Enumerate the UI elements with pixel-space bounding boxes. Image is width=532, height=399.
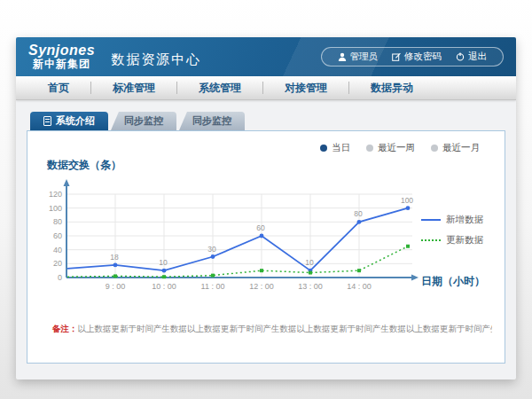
tab-bar: 系统介绍 同步监控 同步监控 — [27, 112, 505, 130]
nav-item-standard-mgmt[interactable]: 标准管理 — [91, 76, 176, 99]
brand-logo-cn: 新中新集团 — [28, 59, 95, 70]
brand-logo: Synjones 新中新集团 — [28, 43, 95, 69]
svg-text:12 : 00: 12 : 00 — [249, 282, 274, 291]
svg-text:13 : 00: 13 : 00 — [298, 282, 323, 291]
legend-label: 更新数据 — [446, 234, 483, 246]
svg-text:10: 10 — [305, 258, 314, 267]
app-header: Synjones 新中新集团 数据资源中心 管理员 修改 — [16, 37, 516, 76]
svg-text:120: 120 — [49, 190, 62, 199]
legend-line-dotted — [421, 239, 441, 241]
chart-side-column: 新增数据 更新数据 日期（小时） — [421, 175, 490, 301]
note-prefix: 备注： — [52, 324, 78, 333]
legend-label: 新增数据 — [446, 214, 483, 226]
footer-note: 备注：以上数据更新于时间产生数据以上数据更新于时间产生数据以上数据更新于时间产生… — [40, 324, 492, 335]
app-window: Synjones 新中新集团 数据资源中心 管理员 修改 — [16, 37, 516, 379]
edit-icon — [392, 52, 401, 61]
radio-label: 当日 — [332, 142, 350, 154]
note-text: 以上数据更新于时间产生数据以上数据更新于时间产生数据以上数据更新于时间产生数据以… — [78, 324, 493, 333]
change-password-button[interactable]: 修改密码 — [385, 51, 449, 63]
svg-text:40: 40 — [53, 246, 62, 254]
svg-text:10 : 00: 10 : 00 — [152, 282, 176, 291]
brand-logo-en: Synjones — [28, 43, 95, 59]
content-area: 系统介绍 同步监控 同步监控 当日 最近一周 — [16, 100, 516, 364]
power-icon — [456, 52, 465, 61]
radio-label: 最近一周 — [378, 142, 415, 154]
svg-text:10: 10 — [159, 258, 168, 267]
user-name-label: 管理员 — [350, 51, 379, 63]
svg-text:100: 100 — [401, 196, 413, 205]
nav-item-interface-mgmt[interactable]: 对接管理 — [263, 76, 348, 99]
radio-label: 最近一月 — [442, 142, 480, 154]
tab-sync-monitor-2[interactable]: 同步监控 — [179, 112, 245, 130]
nav-item-data-change[interactable]: 数据异动 — [349, 76, 434, 99]
tab-label: 同步监控 — [192, 114, 231, 128]
chart-x-axis-title: 日期（小时） — [421, 274, 490, 289]
legend-line-solid — [421, 219, 441, 221]
svg-text:60: 60 — [53, 231, 62, 240]
svg-text:9 : 00: 9 : 00 — [106, 282, 126, 291]
svg-text:80: 80 — [354, 209, 363, 218]
svg-text:30: 30 — [207, 245, 216, 254]
radio-dot-icon — [366, 145, 373, 152]
tab-label: 同步监控 — [124, 114, 163, 128]
user-bar: 管理员 修改密码 退出 — [321, 47, 505, 66]
tab-sync-monitor-1[interactable]: 同步监控 — [111, 112, 176, 130]
user-icon — [338, 52, 347, 61]
tab-label: 系统介绍 — [56, 114, 95, 128]
user-menu[interactable]: 管理员 — [331, 51, 386, 63]
chart-block: 0204060801001209 : 0010 : 0011 : 0012 : … — [40, 175, 492, 301]
radio-last-month[interactable]: 最近一月 — [431, 142, 480, 154]
svg-text:60: 60 — [256, 223, 265, 232]
svg-text:100: 100 — [49, 204, 62, 213]
document-icon — [43, 116, 51, 126]
radio-dot-icon — [320, 145, 327, 152]
svg-text:11 : 00: 11 : 00 — [201, 282, 225, 291]
svg-text:18: 18 — [110, 253, 119, 262]
change-password-label: 修改密码 — [404, 51, 442, 63]
tab-system-intro[interactable]: 系统介绍 — [30, 112, 108, 130]
legend-item-new-data: 新增数据 — [421, 214, 490, 226]
logout-label: 退出 — [468, 51, 487, 63]
radio-today[interactable]: 当日 — [320, 142, 350, 154]
logout-button[interactable]: 退出 — [449, 51, 494, 63]
legend-item-updated-data: 更新数据 — [421, 234, 490, 246]
nav-item-home[interactable]: 首页 — [27, 76, 90, 99]
chart-panel: 当日 最近一周 最近一月 数据交换（条） 0204060801001209 : … — [27, 130, 505, 364]
page-title: 数据资源中心 — [111, 51, 201, 68]
chart-y-axis-title: 数据交换（条） — [47, 158, 492, 173]
line-chart: 0204060801001209 : 0010 : 0011 : 0012 : … — [40, 175, 421, 301]
svg-text:80: 80 — [53, 217, 62, 226]
radio-last-week[interactable]: 最近一周 — [366, 142, 415, 154]
svg-text:0: 0 — [58, 273, 62, 282]
svg-text:14 : 00: 14 : 00 — [347, 282, 372, 291]
svg-text:20: 20 — [53, 259, 62, 268]
desktop-background: Synjones 新中新集团 数据资源中心 管理员 修改 — [0, 0, 532, 399]
main-nav: 首页 标准管理 系统管理 对接管理 数据异动 — [16, 76, 516, 100]
nav-item-system-mgmt[interactable]: 系统管理 — [177, 76, 262, 99]
time-range-filter: 当日 最近一周 最近一月 — [40, 138, 492, 154]
radio-dot-icon — [431, 145, 438, 152]
